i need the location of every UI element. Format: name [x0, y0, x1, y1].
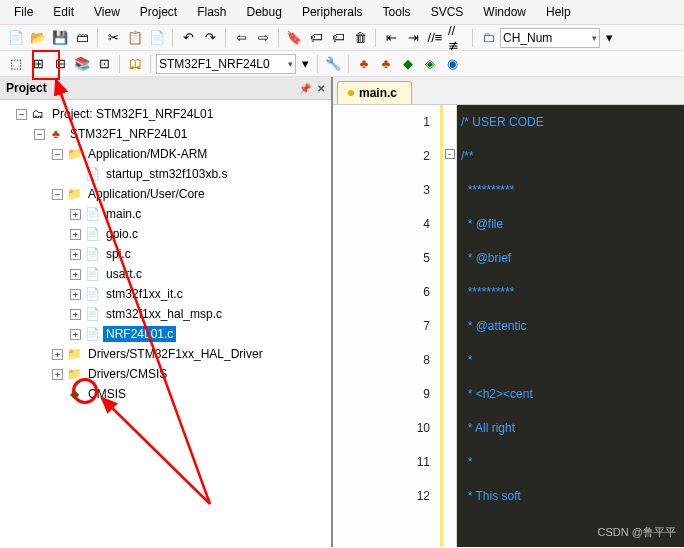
build-icon[interactable]: ⊞: [28, 54, 48, 74]
tree-file-main[interactable]: +📄main.c: [0, 204, 331, 224]
tree-file-it[interactable]: +📄stm32f1xx_it.c: [0, 284, 331, 304]
manage-books-icon[interactable]: ♣: [354, 54, 374, 74]
build-toolbar: ⬚ ⊞ ⊟ 📚 ⊡ 🕮 STM32F1_NRF24L0 ▾ 🔧 ♣ ♣ ◆ ◈ …: [0, 51, 684, 77]
main-toolbar: 📄 📂 💾 🗃 ✂ 📋 📄 ↶ ↷ ⇦ ⇨ 🔖 🏷 🏷 🗑 ⇤ ⇥ //≡ //…: [0, 25, 684, 51]
menu-tools[interactable]: Tools: [373, 2, 421, 22]
menu-window[interactable]: Window: [473, 2, 536, 22]
fold-marker-icon[interactable]: -: [445, 149, 455, 159]
target-drop-icon[interactable]: ▾: [298, 54, 312, 74]
bookmark-next-icon[interactable]: 🏷: [328, 28, 348, 48]
comment-icon[interactable]: //≡: [425, 28, 445, 48]
uncomment-icon[interactable]: //≢: [447, 28, 467, 48]
tree-group-mdkarm[interactable]: −📁Application/MDK-ARM: [0, 144, 331, 164]
menu-flash[interactable]: Flash: [187, 2, 236, 22]
modified-dot-icon: [348, 90, 354, 96]
translate-icon[interactable]: ⬚: [6, 54, 26, 74]
menu-project[interactable]: Project: [130, 2, 187, 22]
file-tab-label: main.c: [359, 86, 397, 100]
code-lines: /* USER CODE /** ********** * @file * @b…: [457, 105, 684, 547]
undo-icon[interactable]: ↶: [178, 28, 198, 48]
copy-icon[interactable]: 📋: [125, 28, 145, 48]
mng-env-icon[interactable]: ◆: [398, 54, 418, 74]
tree-file-nrf[interactable]: +📄NRF24L01.c: [0, 324, 331, 344]
open-file-icon[interactable]: 📂: [28, 28, 48, 48]
cut-icon[interactable]: ✂: [103, 28, 123, 48]
pack-inst-icon[interactable]: ◈: [420, 54, 440, 74]
batch-build-icon[interactable]: 📚: [72, 54, 92, 74]
paste-icon[interactable]: 📄: [147, 28, 167, 48]
find-combo-text: CH_Num: [503, 31, 552, 45]
menu-view[interactable]: View: [84, 2, 130, 22]
menu-bar: FileEditViewProjectFlashDebugPeripherals…: [0, 0, 684, 25]
line-gutter: 123456 789101112: [333, 105, 443, 547]
target-name: STM32F1_NRF24L0: [159, 57, 270, 71]
file-ext-icon[interactable]: ♣: [376, 54, 396, 74]
menu-edit[interactable]: Edit: [43, 2, 84, 22]
bookmark-clear-icon[interactable]: 🗑: [350, 28, 370, 48]
project-panel-title: Project: [6, 81, 47, 95]
menu-debug[interactable]: Debug: [237, 2, 292, 22]
nav-fwd-icon[interactable]: ⇨: [253, 28, 273, 48]
download-icon[interactable]: 🕮: [125, 54, 145, 74]
project-tree[interactable]: −🗂Project: STM32F1_NRF24L01 −♣STM32F1_NR…: [0, 100, 331, 547]
tree-file-gpio[interactable]: +📄gpio.c: [0, 224, 331, 244]
fold-bar[interactable]: -: [443, 105, 457, 547]
tree-root[interactable]: −🗂Project: STM32F1_NRF24L01: [0, 104, 331, 124]
stop-build-icon[interactable]: ⊡: [94, 54, 114, 74]
editor-area: main.c 123456 789101112 - /* USER CODE /…: [333, 77, 684, 547]
redo-icon[interactable]: ↷: [200, 28, 220, 48]
file-tab-main[interactable]: main.c: [337, 81, 412, 104]
nav-back-icon[interactable]: ⇦: [231, 28, 251, 48]
code-editor[interactable]: 123456 789101112 - /* USER CODE /** ****…: [333, 105, 684, 547]
rebuild-icon[interactable]: ⊟: [50, 54, 70, 74]
bookmark-prev-icon[interactable]: 🏷: [306, 28, 326, 48]
options-icon[interactable]: 🔧: [323, 54, 343, 74]
target-combo[interactable]: STM32F1_NRF24L0: [156, 54, 296, 74]
indent-right-icon[interactable]: ⇥: [403, 28, 423, 48]
menu-file[interactable]: File: [4, 2, 43, 22]
tree-group-cmsis[interactable]: +◆CMSIS: [0, 384, 331, 404]
project-panel-header: Project 📌 ✕: [0, 77, 331, 100]
tree-group-haldrv[interactable]: +📁Drivers/STM32F1xx_HAL_Driver: [0, 344, 331, 364]
save-icon[interactable]: 💾: [50, 28, 70, 48]
tree-target[interactable]: −♣STM32F1_NRF24L01: [0, 124, 331, 144]
find-icon[interactable]: 🗀: [478, 28, 498, 48]
tree-file-usart[interactable]: +📄usart.c: [0, 264, 331, 284]
bookmark-icon[interactable]: 🔖: [284, 28, 304, 48]
tree-file-startup[interactable]: +📄startup_stm32f103xb.s: [0, 164, 331, 184]
project-panel: Project 📌 ✕ −🗂Project: STM32F1_NRF24L01 …: [0, 77, 333, 547]
menu-svcs[interactable]: SVCS: [421, 2, 474, 22]
save-all-icon[interactable]: 🗃: [72, 28, 92, 48]
tree-file-spi[interactable]: +📄spi.c: [0, 244, 331, 264]
find-combo[interactable]: CH_Num: [500, 28, 600, 48]
close-panel-icon[interactable]: ✕: [317, 83, 325, 94]
debug-icon[interactable]: ◉: [442, 54, 462, 74]
tree-group-cmsisdrv[interactable]: +📁Drivers/CMSIS: [0, 364, 331, 384]
tree-group-usercore[interactable]: −📁Application/User/Core: [0, 184, 331, 204]
pin-icon[interactable]: 📌: [299, 83, 311, 94]
menu-help[interactable]: Help: [536, 2, 581, 22]
menu-peripherals[interactable]: Peripherals: [292, 2, 373, 22]
combo-drop-icon[interactable]: ▾: [602, 28, 616, 48]
indent-left-icon[interactable]: ⇤: [381, 28, 401, 48]
tree-file-halmsp[interactable]: +📄stm32f1xx_hal_msp.c: [0, 304, 331, 324]
new-file-icon[interactable]: 📄: [6, 28, 26, 48]
editor-tab-strip: main.c: [333, 77, 684, 105]
